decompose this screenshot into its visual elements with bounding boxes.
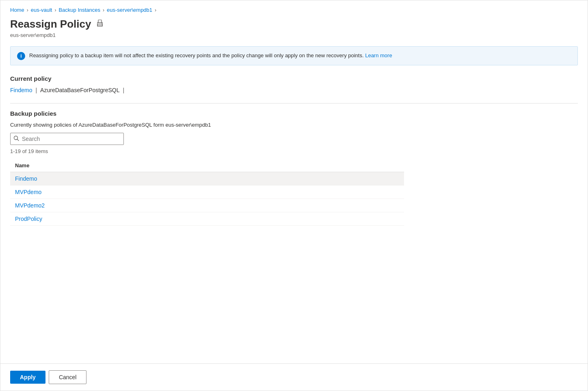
policy-cell-2: MVPdemo2 xyxy=(10,199,404,212)
apply-button[interactable]: Apply xyxy=(10,371,45,384)
footer: Apply Cancel xyxy=(0,363,588,391)
policy-cell-1: MVPdemo xyxy=(10,186,404,199)
breadcrumb-sep-1: › xyxy=(27,7,28,13)
svg-line-4 xyxy=(17,139,19,141)
breadcrumb-home[interactable]: Home xyxy=(10,7,24,13)
breadcrumb-instance[interactable]: eus-server\empdb1 xyxy=(107,7,152,13)
items-count: 1-19 of 19 items xyxy=(10,148,578,154)
policy-table: Name FindemoMVPdemoMVPdemo2ProdPolicy xyxy=(10,159,404,226)
cancel-button[interactable]: Cancel xyxy=(49,370,87,384)
policy-type: AzureDataBaseForPostgreSQL xyxy=(40,87,119,93)
table-row[interactable]: ProdPolicy xyxy=(10,212,404,226)
policy-link-0[interactable]: Findemo xyxy=(15,175,37,182)
table-row[interactable]: MVPdemo2 xyxy=(10,199,404,212)
policy-link-2[interactable]: MVPdemo2 xyxy=(15,202,45,209)
page-container: Home › eus-vault › Backup Instances › eu… xyxy=(0,0,588,391)
policies-subtitle: Currently showing policies of AzureDataB… xyxy=(10,122,578,128)
current-policy-section: Current policy Findemo | AzureDataBaseFo… xyxy=(10,75,578,93)
column-name-header: Name xyxy=(10,159,404,172)
backup-policies-header: Backup policies xyxy=(10,110,578,117)
backup-policies-section: Backup policies Currently showing polici… xyxy=(10,110,578,226)
print-icon[interactable] xyxy=(96,19,104,29)
search-input[interactable] xyxy=(10,133,124,145)
breadcrumb: Home › eus-vault › Backup Instances › eu… xyxy=(10,7,578,13)
breadcrumb-sep-3: › xyxy=(103,7,104,13)
breadcrumb-sep-2: › xyxy=(54,7,56,13)
page-title-row: Reassign Policy xyxy=(10,18,578,30)
table-row[interactable]: MVPdemo xyxy=(10,186,404,199)
policy-link-1[interactable]: MVPdemo xyxy=(15,189,41,195)
policy-link-3[interactable]: ProdPolicy xyxy=(15,216,42,222)
main-content: Home › eus-vault › Backup Instances › eu… xyxy=(0,0,588,363)
breadcrumb-sep-4: › xyxy=(155,7,156,13)
current-policy-value: Findemo | AzureDataBaseForPostgreSQL | xyxy=(10,87,578,93)
breadcrumb-vault[interactable]: eus-vault xyxy=(31,7,52,13)
policy-cell-0: Findemo xyxy=(10,172,404,186)
info-banner-text: Reassigning policy to a backup item will… xyxy=(29,52,392,60)
page-subtitle: eus-server\empdb1 xyxy=(10,32,578,38)
learn-more-link[interactable]: Learn more xyxy=(365,52,392,58)
policy-sep-1: | xyxy=(35,87,37,93)
search-icon xyxy=(13,136,19,143)
policy-cell-3: ProdPolicy xyxy=(10,212,404,226)
info-icon: i xyxy=(17,52,25,60)
current-policy-header: Current policy xyxy=(10,75,578,82)
page-title: Reassign Policy xyxy=(10,18,91,30)
current-policy-name-link[interactable]: Findemo xyxy=(10,87,32,93)
info-banner: i Reassigning policy to a backup item wi… xyxy=(10,46,578,65)
svg-rect-1 xyxy=(98,20,102,23)
search-container xyxy=(10,133,124,145)
table-row[interactable]: Findemo xyxy=(10,172,404,186)
svg-point-2 xyxy=(102,23,103,24)
breadcrumb-backup-instances[interactable]: Backup Instances xyxy=(58,7,100,13)
section-divider xyxy=(10,103,578,104)
policy-sep-2: | xyxy=(123,87,124,93)
